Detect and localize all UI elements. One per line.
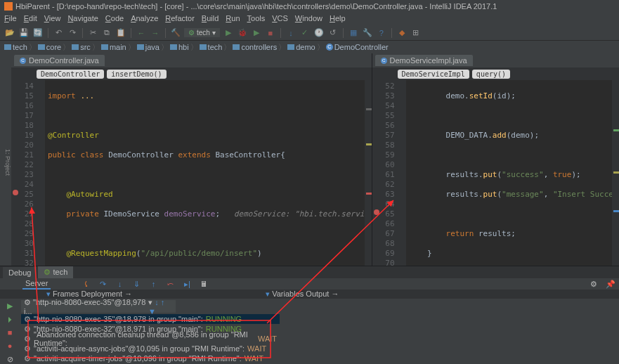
back-icon[interactable]: ← <box>136 27 147 39</box>
window-title-bar: HbiParent - [D:\repo-hand\repo-tech\tech… <box>0 0 619 13</box>
search-icon[interactable]: ⊞ <box>410 27 422 39</box>
paste-icon[interactable]: 📋 <box>115 27 126 39</box>
menu-window[interactable]: Window <box>295 14 322 24</box>
resume-icon[interactable]: ⏵ <box>4 313 15 325</box>
save-icon[interactable]: 💾 <box>18 27 30 39</box>
menu-tools[interactable]: Tools <box>247 14 266 24</box>
evaluate-icon[interactable]: 🖩 <box>199 278 210 290</box>
separator <box>48 28 48 38</box>
class-chip[interactable]: DemoServiceImpl <box>398 70 469 79</box>
step-into-icon[interactable]: ↓ <box>115 278 126 290</box>
coverage-icon[interactable]: ▶ <box>251 27 262 39</box>
debug-tool-window: Debug ⚙ tech Server ⤹ ↷ ↓ ⇓ ↑ ⤺ ▸| 🖩 ⚙ 📌… <box>0 266 619 364</box>
deployment-header[interactable]: Deployment <box>81 290 122 298</box>
bc-item[interactable]: core <box>38 43 61 51</box>
editor-tabs-left: CDemoController.java <box>11 53 372 67</box>
run-config-tab[interactable]: ⚙ tech <box>38 266 73 278</box>
forward-icon[interactable]: → <box>150 27 161 39</box>
separator <box>280 28 281 38</box>
stop-icon[interactable]: ■ <box>4 327 15 338</box>
vcs-revert-icon[interactable]: ↺ <box>327 27 339 39</box>
file-tab[interactable]: CDemoServiceImpl.java <box>375 55 473 66</box>
menu-build[interactable]: Build <box>202 14 219 24</box>
run-config-dropdown[interactable]: ⚙tech▾ <box>184 28 220 37</box>
menu-analyze[interactable]: Analyze <box>131 14 158 24</box>
bc-item[interactable]: hbi <box>170 43 189 51</box>
bc-item[interactable]: controllers <box>233 43 277 51</box>
refresh-icon[interactable]: 🔄 <box>32 27 44 39</box>
thread-row[interactable]: ⚙"activiti-acquire-async-jobs"@10,095 in… <box>21 344 280 353</box>
bc-item[interactable]: tech <box>200 43 223 51</box>
output-header[interactable]: Output <box>306 290 329 298</box>
member-breadcrumb: DemoServiceImpl query() <box>372 67 619 80</box>
vcs-history-icon[interactable]: 🕐 <box>313 27 325 39</box>
app-icon <box>4 2 13 11</box>
method-chip[interactable]: insertDemo() <box>107 70 166 79</box>
undo-icon[interactable]: ↶ <box>53 27 64 39</box>
file-tab[interactable]: CDemoController.java <box>14 55 105 66</box>
bc-item[interactable]: src <box>72 43 91 51</box>
drop-frame-icon[interactable]: ⤺ <box>165 278 176 290</box>
open-icon[interactable]: 📂 <box>4 27 15 39</box>
project-tool-tab[interactable]: 1: Project <box>4 149 11 176</box>
menu-bar: File Edit View Navigate Code Analyze Ref… <box>0 13 619 25</box>
settings-icon[interactable]: ⚙ <box>588 278 599 290</box>
bc-item[interactable]: demo <box>287 43 315 51</box>
method-chip[interactable]: query() <box>472 70 510 79</box>
build-icon[interactable]: 🔨 <box>170 27 181 39</box>
step-over-icon[interactable]: ↷ <box>98 278 109 290</box>
breakpoint-marker[interactable] <box>374 209 379 215</box>
vcs-update-icon[interactable]: ↓ <box>285 27 297 39</box>
frames-header[interactable]: Frames <box>53 290 79 298</box>
menu-code[interactable]: Code <box>105 14 124 24</box>
show-exec-point-icon[interactable]: ⤹ <box>81 278 92 290</box>
separator <box>131 28 131 38</box>
debug-tab[interactable]: Debug <box>3 267 37 278</box>
menu-help[interactable]: Help <box>330 14 346 24</box>
bc-item[interactable]: tech <box>4 43 27 51</box>
help-icon[interactable]: ? <box>376 27 387 39</box>
menu-vcs[interactable]: VCS <box>272 14 288 24</box>
structure-icon[interactable]: ▦ <box>348 27 359 39</box>
separator <box>391 28 392 38</box>
settings-icon[interactable]: 🔧 <box>362 27 373 39</box>
server-tab[interactable]: Server <box>22 278 51 290</box>
menu-view[interactable]: View <box>44 14 61 24</box>
menu-file[interactable]: File <box>4 14 17 24</box>
class-chip[interactable]: DemoController <box>37 70 104 79</box>
menu-edit[interactable]: Edit <box>24 14 37 24</box>
code-editor-left[interactable]: 14151617181920212223242526272829303132 i… <box>11 80 372 266</box>
member-breadcrumb: DemoController insertDemo() <box>11 67 372 80</box>
thread-row[interactable]: ⚙"http-nio-8080-exec-35"@18,978 in group… <box>21 314 280 324</box>
cut-icon[interactable]: ✂ <box>87 27 98 39</box>
menu-run[interactable]: Run <box>226 14 240 24</box>
copy-icon[interactable]: ⧉ <box>101 27 112 39</box>
redo-icon[interactable]: ↷ <box>67 27 78 39</box>
code-editor-right[interactable]: 5253545556575859606162636465666768697071… <box>372 80 619 266</box>
pin-icon[interactable]: 📌 <box>605 278 616 290</box>
breakpoints-icon[interactable]: ● <box>4 340 15 351</box>
thread-row[interactable]: ⚙"Abandoned connection cleanup thread"@8… <box>21 334 280 344</box>
rerun-icon[interactable]: ▶ <box>4 300 15 311</box>
menu-refactor[interactable]: Refactor <box>165 14 195 24</box>
mute-icon[interactable]: ⊘ <box>4 353 15 364</box>
separator <box>165 28 166 38</box>
breakpoint-marker[interactable] <box>13 190 18 195</box>
step-out-icon[interactable]: ↑ <box>148 278 159 290</box>
stop-icon[interactable]: ■ <box>265 27 276 39</box>
variables-header[interactable]: Variables <box>272 290 304 298</box>
run-icon[interactable]: ▶ <box>223 27 234 39</box>
vcs-commit-icon[interactable]: ✓ <box>299 27 311 39</box>
run-to-cursor-icon[interactable]: ▸| <box>182 278 193 290</box>
thread-row[interactable]: ⚙"activiti-acquire-timer-jobs"@10,096 in… <box>21 353 280 363</box>
force-step-into-icon[interactable]: ⇓ <box>131 278 143 290</box>
breadcrumb: tech〉 core〉 src〉 main〉 java〉 hbi〉 tech〉 … <box>0 41 619 53</box>
bc-class[interactable]: CDemoController <box>326 43 389 51</box>
thread-dropdown[interactable]: ⚙ "http-nio-8080-exec-35"@18,978 i... ▾ … <box>21 300 176 313</box>
debug-icon[interactable]: 🐞 <box>237 27 248 39</box>
editor-tabs-right: CDemoServiceImpl.java <box>372 53 619 67</box>
plugin-icon[interactable]: ◆ <box>396 27 408 39</box>
menu-navigate[interactable]: Navigate <box>67 14 98 24</box>
bc-item[interactable]: main <box>101 43 126 51</box>
bc-item[interactable]: java <box>137 43 159 51</box>
